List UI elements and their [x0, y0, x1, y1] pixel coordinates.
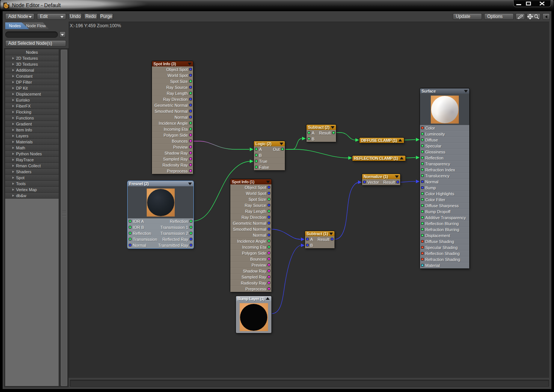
svg-text:M: M	[7, 3, 9, 5]
